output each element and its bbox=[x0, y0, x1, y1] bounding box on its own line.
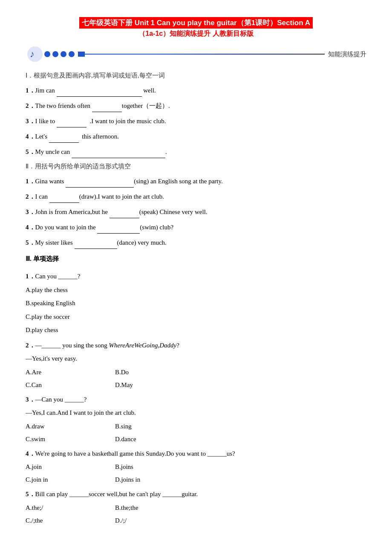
s3-q3-choiceD: D.dance bbox=[115, 433, 366, 445]
s3-q5-question: 5．Bill can play ______soccer well,but he… bbox=[26, 488, 366, 501]
title-line2: （1a-1c）知能演练提升 人教新目标版 bbox=[26, 29, 366, 38]
header-small-rect bbox=[78, 52, 85, 57]
s3-q5-choiceA: A.the;/ bbox=[26, 501, 111, 514]
header-music-icon: ♪ bbox=[26, 46, 44, 62]
s3-q1: 1．Can you ______? A.play the chess B.spe… bbox=[26, 270, 366, 337]
s1-q3: 3．I like to .I want to join the music cl… bbox=[26, 115, 366, 127]
section3-title: Ⅲ. 单项选择 bbox=[26, 255, 366, 263]
s3-q5-choiceD: D./;/ bbox=[115, 514, 366, 527]
s3-q1-choiceB: B.speaking English bbox=[26, 297, 366, 310]
header-line bbox=[85, 54, 325, 55]
s2-q5: 5．My sister likes (dance) very much. bbox=[26, 236, 366, 249]
s2-q4: 4．Do you want to join the (swim) club? bbox=[26, 221, 366, 234]
s1-q1: 1．Jim can well. bbox=[26, 84, 366, 97]
s3-q5-choiceB: B.the;the bbox=[115, 501, 366, 514]
s3-q2-choiceB: B.Do bbox=[115, 366, 366, 379]
section2-title: Ⅱ．用括号内所给单词的适当形式填空 bbox=[26, 162, 366, 171]
s3-q3-choiceC: C.swim bbox=[26, 433, 111, 445]
s3-q2-choiceD: D.May bbox=[115, 379, 366, 391]
s3-q3-choiceB: B.sing bbox=[115, 420, 366, 433]
svg-text:♪: ♪ bbox=[30, 49, 35, 59]
s3-q1-choiceA: A.play the chess bbox=[26, 283, 366, 297]
title-box: 七年级英语下册 Unit 1 Can you play the guitar（第… bbox=[26, 17, 366, 38]
s3-q3-choiceA: A.draw bbox=[26, 420, 111, 433]
s2-q3: 3．John is from America,but he (speak) Ch… bbox=[26, 205, 366, 218]
header-label: 知能演练提升 bbox=[328, 50, 366, 58]
s3-q1-question: 1．Can you ______? bbox=[26, 270, 366, 283]
section2: Ⅱ．用括号内所给单词的适当形式填空 1．Gina wants (sing) an… bbox=[26, 162, 366, 249]
s3-q4: 4．We're going to have a basketball game … bbox=[26, 447, 366, 486]
section1: Ⅰ．根据句意及图画内容,填写单词或短语,每空一词 1．Jim can well.… bbox=[26, 72, 366, 158]
s3-q4-choices: A.join B.joins C.join in D.joins in bbox=[26, 460, 366, 486]
s3-q1-choiceC: C.play the soccer bbox=[26, 310, 366, 324]
section1-title: Ⅰ．根据句意及图画内容,填写单词或短语,每空一词 bbox=[26, 72, 366, 80]
s3-q2-answer: —Yes,it's very easy. bbox=[26, 352, 366, 366]
s1-q2: 2．The two friends often together（一起）. bbox=[26, 99, 366, 112]
title-line1: 七年级英语下册 Unit 1 Can you play the guitar（第… bbox=[79, 17, 313, 29]
s3-q3-choices: A.draw B.sing C.swim D.dance bbox=[26, 420, 366, 445]
s3-q5: 5．Bill can play ______soccer well,but he… bbox=[26, 488, 366, 527]
s2-q1: 1．Gina wants (sing) an English song at t… bbox=[26, 175, 366, 188]
s3-q3-question: 3．—Can you ______? bbox=[26, 393, 366, 407]
s3-q4-choiceB: B.joins bbox=[115, 460, 366, 473]
s3-q4-choiceC: C.join in bbox=[26, 473, 111, 486]
s3-q3-answer: —Yes,I can.And I want to join the art cl… bbox=[26, 406, 366, 420]
s3-q2-question: 2．—______ you sing the song WhereAreWeGo… bbox=[26, 339, 366, 353]
s3-q5-choices: A.the;/ B.the;the C./;the D./;/ bbox=[26, 501, 366, 527]
s3-q2: 2．—______ you sing the song WhereAreWeGo… bbox=[26, 339, 366, 391]
s1-q5: 5．My uncle can . bbox=[26, 145, 366, 158]
s3-q2-choiceA: A.Are bbox=[26, 366, 111, 379]
s1-q4: 4．Let's this afternoon. bbox=[26, 130, 366, 143]
s3-q4-question: 4．We're going to have a basketball game … bbox=[26, 447, 366, 461]
s3-q3: 3．—Can you ______? —Yes,I can.And I want… bbox=[26, 393, 366, 445]
s3-q1-choiceD: D.play chess bbox=[26, 324, 366, 337]
header-dots bbox=[44, 51, 75, 57]
s3-q2-choices: A.Are B.Do C.Can D.May bbox=[26, 366, 366, 391]
s3-q4-choiceA: A.join bbox=[26, 460, 111, 473]
s2-q2: 2．I can (draw).I want to join the art cl… bbox=[26, 190, 366, 203]
s3-q5-choiceC: C./;the bbox=[26, 514, 111, 527]
s3-q2-choiceC: C.Can bbox=[26, 379, 111, 391]
s3-q4-choiceD: D.joins in bbox=[115, 473, 366, 486]
section3: Ⅲ. 单项选择 1．Can you ______? A.play the che… bbox=[26, 255, 366, 527]
header-bar: ♪ 知能演练提升 bbox=[26, 46, 366, 62]
